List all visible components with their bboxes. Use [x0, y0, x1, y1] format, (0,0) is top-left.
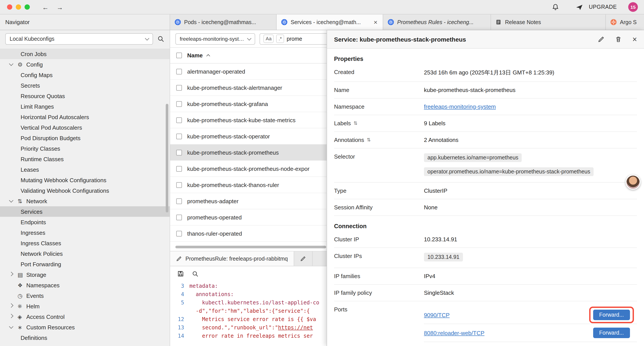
window-zoom-button[interactable]: [24, 4, 30, 10]
kubeconfig-selector[interactable]: Local Kubeconfigs: [5, 33, 153, 45]
sidebar-item-horizontal-pod-autoscalers[interactable]: Horizontal Pod Autoscalers: [0, 112, 170, 122]
line-number: 12: [170, 315, 190, 324]
delete-trash-icon[interactable]: [615, 36, 622, 42]
port-link[interactable]: 9090/TCP: [424, 312, 450, 318]
sidebar-item-network[interactable]: ⇅Network: [0, 196, 170, 206]
row-checkbox[interactable]: [176, 231, 182, 236]
row-checkbox[interactable]: [176, 182, 182, 188]
window-close-button[interactable]: [7, 4, 12, 10]
value-badge: app.kubernetes.io/name=prometheus: [424, 153, 522, 162]
namespace-link[interactable]: freeleaps-monitoring-system: [424, 103, 496, 110]
sidebar-item-config[interactable]: ⚙Config: [0, 59, 170, 70]
port-lines: 9090/TCPForward...8080:reloader-web/TCPF…: [424, 306, 637, 342]
upgrade-button[interactable]: UPGRADE: [573, 3, 617, 11]
sidebar-item-leases[interactable]: Leases: [0, 164, 170, 175]
property-label: IP families: [334, 273, 360, 280]
row-checkbox[interactable]: [176, 133, 182, 139]
chevron-down-icon: [247, 36, 252, 40]
tab-prometheus-rules-icecheng[interactable]: Prometheus Rules - icecheng...: [383, 14, 491, 30]
property-value: 9 Labels: [424, 120, 637, 127]
sidebar-item-definitions[interactable]: Definitions: [0, 333, 170, 343]
row-checkbox[interactable]: [176, 166, 182, 171]
back-button[interactable]: ←: [42, 3, 49, 11]
select-all-checkbox[interactable]: [176, 52, 182, 58]
storage-icon: ▤: [18, 271, 26, 278]
forward-button[interactable]: Forward...: [593, 328, 630, 338]
tab-argo-s[interactable]: Argo S: [606, 14, 644, 30]
sidebar-item-ingresses[interactable]: Ingresses: [0, 227, 170, 238]
namespace-selector[interactable]: freeleaps-monitoring-system: [175, 33, 255, 44]
account-avatar-badge[interactable]: 15: [628, 2, 638, 12]
sidebar-item-services[interactable]: Services: [0, 206, 170, 217]
edit-pencil-icon[interactable]: [598, 36, 605, 42]
user-avatar[interactable]: [626, 175, 640, 190]
property-label: Ports: [334, 306, 348, 313]
property-row-cluster-ip: Cluster IP10.233.14.91: [334, 231, 637, 248]
port-link[interactable]: 8080:reloader-web/TCP: [424, 330, 484, 336]
sidebar-item-priority-classes[interactable]: Priority Classes: [0, 143, 170, 154]
close-icon[interactable]: ×: [632, 35, 637, 43]
sidebar-item-ingress-classes[interactable]: Ingress Classes: [0, 238, 170, 248]
row-checkbox[interactable]: [176, 117, 182, 123]
row-checkbox[interactable]: [176, 101, 182, 107]
sidebar-item-network-policies[interactable]: Network Policies: [0, 248, 170, 259]
row-checkbox[interactable]: [176, 198, 182, 204]
sidebar-item-namespaces[interactable]: ❖Namespaces: [0, 280, 170, 290]
chevron-down-icon[interactable]: [10, 63, 18, 65]
window-controls: [7, 4, 30, 10]
sort-asc-icon[interactable]: [206, 54, 210, 58]
chevron-right-icon[interactable]: [10, 305, 18, 307]
tab-services-icecheng-math[interactable]: Services - icecheng@math...×: [277, 14, 383, 30]
chevron-down-icon[interactable]: [10, 200, 18, 202]
property-row-namespace: Namespacefreeleaps-monitoring-system: [334, 98, 637, 115]
sidebar-item-runtime-classes[interactable]: Runtime Classes: [0, 154, 170, 164]
sidebar-item-custom-resources[interactable]: ∗Custom Resources: [0, 322, 170, 333]
tab-release-notes[interactable]: Release Notes: [491, 14, 606, 30]
chevron-down-icon: [145, 36, 149, 40]
expand-updown-icon[interactable]: ⇅: [367, 137, 371, 143]
sidebar-item-endpoints[interactable]: Endpoints: [0, 217, 170, 227]
dock-tab-item[interactable]: [294, 251, 313, 266]
chevron-right-icon[interactable]: [10, 316, 18, 318]
sidebar-item-secrets[interactable]: Secrets: [0, 80, 170, 91]
save-icon[interactable]: [177, 270, 184, 277]
sidebar-item-mutating-webhook-configurations[interactable]: Mutating Webhook Configurations: [0, 175, 170, 185]
property-label: IP family policy: [334, 290, 372, 296]
forward-button[interactable]: Forward...: [593, 310, 630, 320]
horizontal-scrollbar[interactable]: [175, 246, 326, 248]
match-case-toggle[interactable]: Aa: [264, 35, 274, 43]
chevron-down-icon[interactable]: [10, 326, 18, 328]
sidebar-item-cron-jobs[interactable]: Cron Jobs: [0, 49, 170, 59]
row-checkbox[interactable]: [176, 85, 182, 90]
forward-button[interactable]: →: [56, 3, 63, 11]
details-drawer: Service: kube-prometheus-stack-prometheu…: [326, 30, 644, 346]
row-checkbox[interactable]: [176, 214, 182, 220]
sidebar-toolbar: Local Kubeconfigs: [0, 30, 170, 48]
regex-toggle[interactable]: .*: [276, 35, 284, 43]
notifications-bell-icon[interactable]: [552, 3, 559, 10]
sidebar-item-port-forwarding[interactable]: Port Forwarding: [0, 259, 170, 269]
sidebar-item-resource-quotas[interactable]: Resource Quotas: [0, 91, 170, 101]
sidebar-item-helm[interactable]: ⎈Helm: [0, 301, 170, 311]
expand-updown-icon[interactable]: ⇅: [354, 120, 358, 126]
chevron-right-icon[interactable]: [10, 274, 18, 276]
lens-app-window: ← → UPGRADE 15 Navigator Pods - icecheng…: [0, 0, 644, 346]
sidebar-item-validating-webhook-configurations[interactable]: Validating Webhook Configurations: [0, 185, 170, 196]
row-checkbox[interactable]: [176, 150, 182, 155]
sidebar-item-events[interactable]: ◷Events: [0, 290, 170, 301]
column-header-name[interactable]: Name: [187, 52, 203, 59]
row-checkbox[interactable]: [176, 68, 182, 74]
sidebar-item-storage[interactable]: ▤Storage: [0, 269, 170, 280]
tab-close-icon[interactable]: ×: [373, 19, 378, 25]
sidebar-item-config-maps[interactable]: Config Maps: [0, 70, 170, 80]
sidebar-item-vertical-pod-autoscalers[interactable]: Vertical Pod Autoscalers: [0, 122, 170, 133]
sidebar-scrollbar[interactable]: [166, 104, 168, 212]
sidebar-item-access-control[interactable]: ◈Access Control: [0, 311, 170, 322]
sidebar-search-icon[interactable]: [158, 35, 164, 42]
tab-pods-icecheng-mathmas[interactable]: Pods - icecheng@mathmas...: [170, 14, 277, 30]
sidebar-item-pod-disruption-budgets[interactable]: Pod Disruption Budgets: [0, 133, 170, 143]
window-minimize-button[interactable]: [16, 4, 21, 10]
dock-tab-prometheusrule-freeleaps-prod-rabbitmq[interactable]: PrometheusRule: freeleaps-prod-rabbitmq: [170, 251, 294, 266]
sidebar-item-limit-ranges[interactable]: Limit Ranges: [0, 101, 170, 112]
editor-search-icon[interactable]: [192, 271, 198, 277]
